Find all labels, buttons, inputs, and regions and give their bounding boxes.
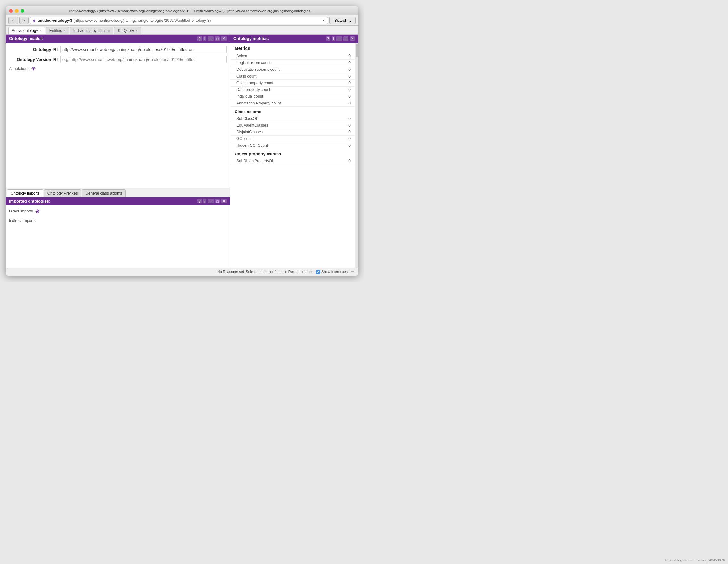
class-axiom-row: DisjointClasses0 <box>230 129 355 136</box>
indirect-imports-row: Indirect Imports <box>9 217 227 223</box>
right-panel: Ontology metrics: ? i — □ ✕ Metrics Axio… <box>230 35 358 268</box>
indirect-imports-label: Indirect Imports <box>9 219 36 223</box>
metrics-section-header: Ontology metrics: ? i — □ ✕ <box>230 35 358 43</box>
header-ctrl-x[interactable]: ✕ <box>221 36 227 41</box>
tab-ontology-prefixes-label: Ontology Prefixes <box>47 191 78 195</box>
version-iri-row: Ontology Version IRI <box>9 56 227 63</box>
metrics-content: Metrics Axiom0Logical axiom count0Declar… <box>230 43 355 268</box>
metrics-row: Individual count0 <box>230 93 355 100</box>
close-button[interactable] <box>9 9 13 13</box>
show-inferences-label: Show Inferences <box>321 270 348 274</box>
ontology-header-section: Ontology header: ? i — □ ✕ <box>6 35 230 43</box>
metrics-ctrl-x[interactable]: ✕ <box>350 36 355 41</box>
address-ontology-name: untitled-ontology-3 <box>37 18 72 23</box>
tab-dl-query[interactable]: DL Query × <box>114 27 141 34</box>
header-ctrl-minus[interactable]: — <box>208 36 214 41</box>
imported-section-header: Imported ontologies: ? i — □ ✕ <box>6 197 230 205</box>
address-url: (http://www.semanticweb.org/jianingzhang… <box>73 18 211 23</box>
metrics-row: Axiom0 <box>230 53 355 60</box>
tab-active-ontology[interactable]: Active ontology × <box>8 27 45 34</box>
class-axiom-row: SubClassOf0 <box>230 115 355 122</box>
toolbar: < > ◆ untitled-ontology-3 (http://www.se… <box>6 15 358 26</box>
metrics-ctrl-q[interactable]: ? <box>326 36 330 41</box>
metrics-row: Logical axiom count0 <box>230 60 355 66</box>
metrics-section-title: Ontology metrics: <box>233 36 269 41</box>
tab-active-ontology-label: Active ontology <box>12 29 38 33</box>
window-controls <box>9 9 24 13</box>
imported-ctrl-q[interactable]: ? <box>197 199 202 203</box>
imported-section: Imported ontologies: ? i — □ ✕ Direct Im… <box>6 197 230 268</box>
metrics-section-controls: ? i — □ ✕ <box>326 36 355 41</box>
metrics-ctrl-minus[interactable]: — <box>336 36 342 41</box>
address-bar: ◆ untitled-ontology-3 (http://www.semant… <box>30 17 328 24</box>
tab-entities-close[interactable]: × <box>63 29 65 33</box>
tabs-bar: Active ontology × Entities × Individuals… <box>6 26 358 35</box>
ontology-header-content: Ontology IRI Ontology Version IRI Annota… <box>6 43 230 188</box>
tab-ontology-prefixes[interactable]: Ontology Prefixes <box>44 189 81 197</box>
header-ctrl-q[interactable]: ? <box>197 36 202 41</box>
add-annotation-button[interactable]: ⊕ <box>31 66 36 71</box>
metrics-row: Data property count0 <box>230 87 355 93</box>
tab-active-ontology-close[interactable]: × <box>39 29 41 33</box>
tab-ontology-imports[interactable]: Ontology imports <box>7 189 43 197</box>
header-ctrl-box[interactable]: □ <box>215 36 220 41</box>
minimize-button[interactable] <box>15 9 19 13</box>
address-icon: ◆ <box>33 18 36 23</box>
forward-button[interactable]: > <box>19 17 29 24</box>
direct-imports-row: Direct Imports ⊕ <box>9 208 227 214</box>
metrics-row: Object property count0 <box>230 80 355 87</box>
ontology-header-controls: ? i — □ ✕ <box>197 36 227 41</box>
tab-entities-label: Entities <box>49 29 62 33</box>
add-direct-import-button[interactable]: ⊕ <box>35 208 40 214</box>
statusbar: No Reasoner set. Select a reasoner from … <box>6 268 358 276</box>
version-iri-input[interactable] <box>60 56 227 63</box>
maximize-button[interactable] <box>21 9 24 13</box>
tab-general-class-axioms-label: General class axioms <box>85 191 122 195</box>
metrics-ctrl-box[interactable]: □ <box>343 36 348 41</box>
titlebar: untitled-ontology-3 (http://www.semantic… <box>6 6 358 15</box>
search-button[interactable]: Search... <box>329 17 356 24</box>
tab-individuals-close[interactable]: × <box>108 29 110 33</box>
show-inferences: Show Inferences <box>316 270 348 274</box>
class-axiom-row: Hidden GCI Count0 <box>230 142 355 149</box>
reasoner-text: No Reasoner set. Select a reasoner from … <box>10 270 313 274</box>
address-text: untitled-ontology-3 (http://www.semantic… <box>37 18 211 23</box>
metrics-row: Annotation Property count0 <box>230 100 355 107</box>
tab-individuals-label: Individuals by class <box>73 29 106 33</box>
direct-imports-label: Direct Imports <box>9 209 33 213</box>
tab-individuals-by-class[interactable]: Individuals by class × <box>70 27 114 34</box>
tab-general-class-axioms[interactable]: General class axioms <box>82 189 126 197</box>
ontology-header-title: Ontology header: <box>9 36 44 41</box>
back-button[interactable]: < <box>8 17 18 24</box>
list-icon[interactable]: ☰ <box>350 269 354 274</box>
iri-input[interactable] <box>60 46 227 53</box>
class-axiom-row: GCI count0 <box>230 136 355 142</box>
imported-ctrl-box[interactable]: □ <box>215 199 220 203</box>
imported-ctrl-x[interactable]: ✕ <box>221 199 227 203</box>
imported-ctrl-minus[interactable]: — <box>208 199 214 203</box>
metrics-scrollbar[interactable] <box>355 43 358 268</box>
window-title: untitled-ontology-3 (http://www.semantic… <box>27 9 355 13</box>
header-ctrl-i[interactable]: i <box>203 36 206 41</box>
imported-content: Direct Imports ⊕ Indirect Imports <box>6 205 230 268</box>
metrics-ctrl-i[interactable]: i <box>332 36 335 41</box>
annotations-row: Annotations ⊕ <box>9 66 227 71</box>
left-panel: Ontology header: ? i — □ ✕ Ontology IRI … <box>6 35 230 268</box>
main-content: Ontology header: ? i — □ ✕ Ontology IRI … <box>6 35 358 268</box>
class-axioms-title: Class axioms <box>230 107 355 115</box>
tab-dl-query-close[interactable]: × <box>136 29 137 33</box>
imported-section-controls: ? i — □ ✕ <box>197 199 227 203</box>
class-axiom-row: EquivalentClasses0 <box>230 122 355 129</box>
version-iri-label: Ontology Version IRI <box>9 57 60 62</box>
show-inferences-checkbox[interactable] <box>316 270 320 274</box>
imported-section-title: Imported ontologies: <box>9 199 50 203</box>
imported-ctrl-i[interactable]: i <box>203 199 206 203</box>
object-property-row: SubObjectPropertyOf0 <box>230 158 355 164</box>
iri-row: Ontology IRI <box>9 46 227 53</box>
tab-ontology-imports-label: Ontology imports <box>11 191 40 195</box>
iri-label: Ontology IRI <box>9 47 60 52</box>
object-property-axioms-title: Object property axioms <box>230 149 355 158</box>
metrics-row: Declaration axioms count0 <box>230 66 355 73</box>
address-dropdown-button[interactable]: ▼ <box>322 19 325 22</box>
tab-entities[interactable]: Entities × <box>46 27 69 34</box>
